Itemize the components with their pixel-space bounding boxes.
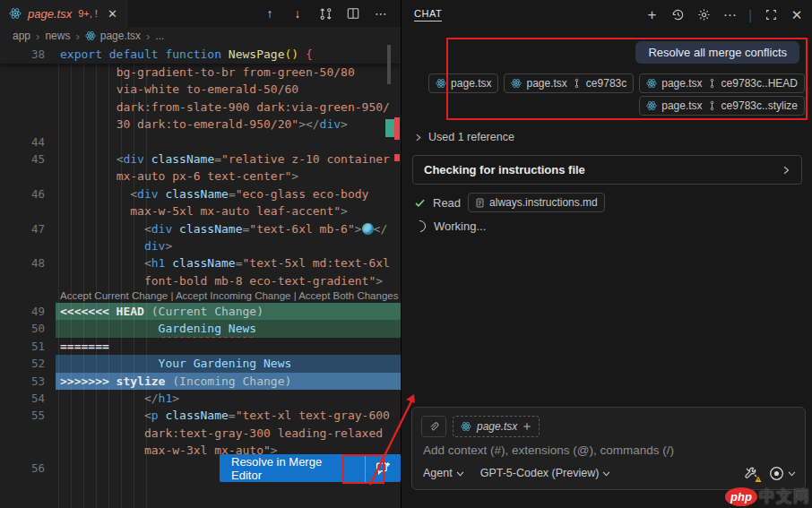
line-content: >>>>>>> stylize (Incoming Change) [56,373,401,390]
line-number [0,477,56,494]
code-line: 47 <div className="text-6xl mb-6"></ [0,220,401,237]
breadcrumb[interactable]: app›news›page.tsx›... [0,27,401,45]
resolve-merge-button-group: Resolve in Merge Editor [220,454,401,482]
attachment-chips-row: page.tsxpage.tsxce9783cpage.tsxce9783c..… [428,73,805,93]
split-editor-icon[interactable] [346,6,360,21]
tab-page-tsx[interactable]: page.tsx 9+, ! ✕ [0,0,127,27]
more-actions-icon[interactable]: ⋯ [374,6,388,21]
tool-progress-card[interactable]: Checking for instructions file [412,155,802,185]
line-content: <<<<<<< HEAD (Current Change) [56,303,401,320]
chip-file-name: page.tsx [451,77,491,90]
resolve-in-merge-editor-button[interactable]: Resolve in Merge Editor [220,454,365,482]
history-icon[interactable] [670,8,685,22]
previous-change-icon[interactable]: ↑ [263,6,277,21]
breadcrumb-item[interactable]: news [45,30,70,42]
codelens-link[interactable]: Accept Current Change [60,290,168,301]
line-number [0,494,56,508]
scrollbar-thumb[interactable] [387,45,391,84]
breadcrumb-separator: › [75,30,79,43]
context-file-name: page.tsx [477,420,517,433]
chat-attachment-chip[interactable]: page.tsx [428,73,498,93]
line-number [0,202,56,220]
line-number [0,64,56,81]
stop-icon [769,466,784,481]
configure-tools-button[interactable] [744,466,758,480]
code-line: 49<<<<<<< HEAD (Current Change) [0,303,401,320]
close-panel-icon[interactable]: ✕ [790,8,804,22]
chip-git-ref: ce9783c..HEAD [721,77,798,90]
chat-input[interactable]: Add context (#), extensions (@), command… [423,443,794,457]
code-line [0,494,401,508]
loading-spinner-icon [411,218,428,234]
breadcrumb-separator: › [146,30,150,43]
line-content: </h1> [56,390,401,407]
line-number [0,168,56,185]
chat-attachment-chip[interactable]: page.tsxce9783c [504,73,634,93]
gear-icon[interactable] [696,8,711,22]
react-file-icon [646,78,657,89]
react-file-icon [436,78,446,89]
line-number: 48 [0,254,56,271]
used-references-toggle[interactable]: Used 1 reference [414,131,514,143]
chat-attachment-chip[interactable]: page.tsxce9783c..stylize [639,96,805,116]
line-number: 49 [0,303,56,320]
new-chat-icon[interactable]: + [644,8,659,22]
mode-picker[interactable]: Agent [423,467,464,479]
resolve-with-copilot-icon[interactable] [365,454,401,482]
attach-context-button[interactable] [421,416,446,437]
compare-changes-icon[interactable] [318,6,333,21]
line-number: 44 [0,133,56,151]
codelens-link[interactable]: Accept Both Changes [298,290,398,301]
more-actions-icon[interactable]: ⋯ [722,8,737,22]
git-compare-icon [707,78,717,89]
stop-request-button[interactable] [769,466,796,481]
instructions-file-chip[interactable]: always.instructions.md [468,193,605,212]
line-number [0,442,56,459]
editor-actions: ↑ ↓ ⋯ [263,6,401,21]
line-content: <div className="relative z-10 container [56,151,401,168]
chevron-down-icon [602,469,610,478]
line-number: 45 [0,151,56,168]
react-file-icon [461,421,471,432]
chat-attachment-chip[interactable]: page.tsxce9783c..HEAD [639,73,805,93]
ruler-modified-mark [385,119,394,137]
ruler-error-dot [394,154,400,161]
editor-pane: page.tsx 9+, ! ✕ ↑ ↓ ⋯ app›news›page.tsx… [0,0,401,508]
code-area[interactable]: bg-gradient-to-br from-green-50/80 via-w… [0,64,401,508]
breadcrumb-label: news [45,30,70,42]
paperclip-icon [428,421,439,433]
chat-panel: CHAT + ⋯ | ✕ Resolve all merge conflicts… [401,0,812,508]
sticky-line-number: 38 [0,45,56,64]
user-request-bubble: Resolve all merge conflicts [635,41,799,64]
line-content: dark:from-slate-900 dark:via-green-950/ [56,99,401,116]
file-icon [475,198,485,208]
current-file-context-chip[interactable]: page.tsx [453,416,540,437]
next-change-icon[interactable]: ↓ [290,6,305,21]
tab-close-icon[interactable]: ✕ [108,7,117,21]
line-content: <h1 className="text-5xl md:text-6xl [56,254,401,271]
tool-card-title: Checking for instructions file [424,163,585,177]
breadcrumb-item[interactable]: page.tsx [85,30,141,42]
model-picker[interactable]: GPT-5-Codex (Preview) [480,467,611,479]
chevron-down-icon [456,469,464,478]
code-line: 48 <h1 className="text-5xl md:text-6xl [0,254,401,271]
tab-title: page.tsx [28,7,72,21]
attachment-chips-row: page.tsxce9783c..stylize [639,96,805,116]
breadcrumb-item[interactable]: app [13,30,30,42]
line-content: <p className="text-xl text-gray-600 [56,407,401,424]
maximize-panel-icon[interactable] [764,8,778,22]
tab-chat[interactable]: CHAT [414,8,442,22]
chevron-right-icon [782,166,790,175]
line-content: div> [56,237,401,254]
chip-git-ref: ce9783c..stylize [721,99,798,112]
code-line: dark:text-gray-300 leading-relaxed [0,425,401,442]
sticky-scroll-line: 38 export default function NewsPage() { [0,45,401,64]
model-label: GPT-5-Codex (Preview) [480,467,600,479]
chat-input-box: page.tsx Add context (#), extensions (@)… [411,407,806,490]
codelens-link[interactable]: Accept Incoming Change [176,290,291,301]
line-content: font-bold mb-8 eco-text-gradient"> [56,272,401,289]
code-line: dark:from-slate-900 dark:via-green-950/ [0,99,401,116]
breadcrumb-label: ... [155,30,164,42]
working-label: Working... [434,220,486,233]
breadcrumb-item[interactable]: ... [155,30,164,42]
